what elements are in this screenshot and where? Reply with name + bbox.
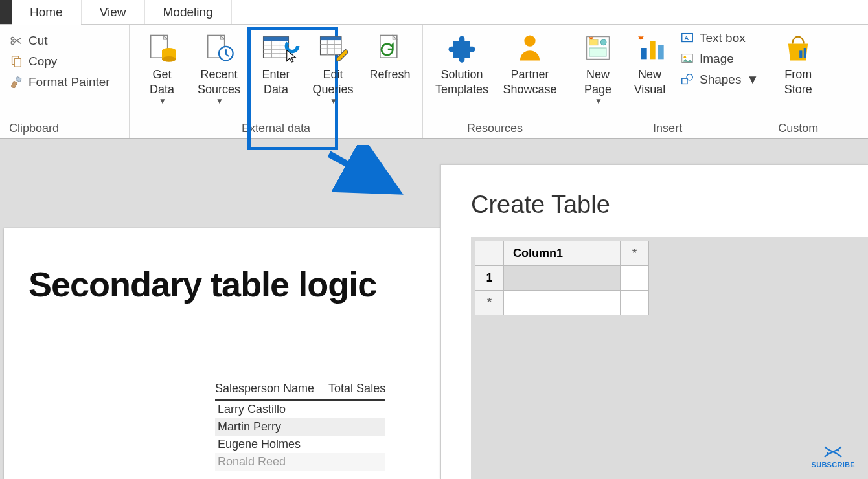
svg-rect-32 [658, 45, 664, 60]
partner-showcase-button[interactable]: Partner Showcase [499, 28, 560, 96]
partner-showcase-label: Partner Showcase [503, 67, 556, 96]
table-pencil-icon [316, 31, 350, 65]
annotation-arrow-icon [323, 145, 413, 203]
shapes-label: Shapes [700, 72, 741, 87]
enter-data-button[interactable]: Enter Data [250, 28, 302, 96]
svg-rect-28 [589, 48, 606, 56]
col-total-sales: Total Sales [328, 382, 385, 395]
tab-home[interactable]: Home [12, 0, 82, 24]
grid-cell-empty [504, 291, 621, 315]
svg-rect-1 [14, 58, 21, 67]
svg-rect-40 [799, 50, 802, 58]
svg-point-44 [832, 451, 834, 453]
report-title: Secondary table logic [29, 264, 376, 304]
text-box-label: Text box [700, 31, 746, 45]
puzzle-icon [445, 31, 479, 65]
dialog-grid-area: Column1 * 1 * [471, 237, 868, 479]
app-icon-placeholder [0, 0, 12, 24]
tab-view[interactable]: View [82, 0, 145, 24]
refresh-button[interactable]: Refresh [364, 28, 416, 82]
refresh-label: Refresh [369, 67, 410, 82]
copy-button[interactable]: Copy [6, 53, 60, 70]
svg-point-39 [687, 74, 692, 80]
svg-point-43 [827, 452, 829, 454]
edit-queries-button[interactable]: Edit Queries▼ [307, 28, 359, 106]
solution-templates-button[interactable]: Solution Templates [429, 28, 494, 96]
svg-rect-31 [650, 41, 656, 59]
scissors-icon [9, 34, 23, 48]
report-canvas[interactable]: Secondary table logic Salesperson Name T… [4, 228, 444, 479]
grid-corner [475, 241, 504, 266]
svg-text:A: A [684, 35, 689, 41]
svg-text:✶: ✶ [637, 33, 645, 43]
svg-rect-30 [641, 48, 647, 59]
col-header-column1[interactable]: Column1 [504, 241, 621, 266]
new-visual-label: New Visual [634, 67, 666, 96]
table-row: Martin Perry [215, 418, 385, 436]
solution-templates-label: Solution Templates [435, 67, 488, 96]
bar-chart-icon: ✶ [633, 31, 667, 65]
from-store-button[interactable]: From Store [775, 28, 821, 96]
svg-point-27 [600, 39, 606, 45]
recent-sources-label: Recent Sources [198, 67, 240, 96]
get-data-label: Get Data [150, 67, 174, 96]
svg-text:✶: ✶ [588, 34, 594, 42]
svg-point-6 [162, 56, 176, 62]
ribbon-tabbar: Home View Modeling [0, 0, 868, 25]
image-icon [680, 52, 694, 66]
svg-rect-41 [804, 48, 806, 58]
grid-cell-empty [621, 291, 649, 315]
cut-label: Cut [29, 34, 48, 48]
group-custom-visuals: From Store Custom [768, 25, 828, 138]
enter-data-label: Enter Data [262, 67, 290, 96]
document-clock-icon [202, 31, 236, 65]
svg-rect-2 [16, 76, 21, 82]
get-data-button[interactable]: Get Data▼ [136, 28, 188, 106]
group-label-clipboard: Clipboard [6, 119, 59, 135]
svg-rect-38 [682, 78, 687, 84]
table-row: Eugene Holmes [215, 436, 385, 453]
svg-point-37 [684, 56, 687, 58]
add-row-button[interactable]: * [475, 291, 504, 315]
sales-table-visual[interactable]: Salesperson Name Total Sales Larry Casti… [215, 382, 385, 471]
new-page-button[interactable]: ✶ New Page▼ [574, 28, 622, 106]
image-button[interactable]: Image [678, 50, 761, 67]
subscribe-label: SUBSCRIBE [812, 461, 856, 469]
new-visual-button[interactable]: ✶ New Visual [627, 28, 672, 96]
cut-button[interactable]: Cut [6, 32, 51, 49]
add-column-button[interactable]: * [621, 241, 649, 266]
format-painter-label: Format Painter [29, 75, 110, 89]
text-box-icon: A [680, 31, 694, 45]
enter-data-grid[interactable]: Column1 * 1 * [475, 241, 649, 315]
document-cylinder-icon [145, 31, 179, 65]
copy-icon [9, 54, 23, 69]
svg-point-45 [838, 450, 839, 452]
text-box-button[interactable]: A Text box [678, 30, 761, 47]
grid-cell[interactable] [504, 266, 621, 291]
paintbrush-icon [9, 75, 23, 89]
chevron-down-icon: ▼ [159, 96, 166, 106]
group-label-external-data: External data [242, 119, 310, 135]
subscribe-badge[interactable]: SUBSCRIBE [812, 444, 856, 469]
shopping-bag-chart-icon [781, 31, 815, 65]
group-insert: ✶ New Page▼ ✶ New Visual A Text box Imag… [567, 25, 768, 138]
group-resources: Solution Templates Partner Showcase Reso… [423, 25, 567, 138]
shapes-button[interactable]: Shapes▼ [678, 71, 761, 88]
group-clipboard: Cut Copy Format Painter Clipboard [0, 25, 130, 138]
new-page-label: New Page [584, 67, 611, 96]
tab-modeling[interactable]: Modeling [145, 0, 232, 24]
group-label-resources: Resources [467, 119, 523, 135]
chevron-down-icon: ▼ [595, 96, 602, 106]
page-chart-icon: ✶ [581, 31, 615, 65]
recent-sources-button[interactable]: Recent Sources▼ [193, 28, 245, 106]
table-row: Ronald Reed [215, 453, 385, 471]
ribbon: Cut Copy Format Painter Clipboard Get Da… [0, 25, 868, 139]
group-label-custom: Custom [778, 119, 818, 135]
format-painter-button[interactable]: Format Painter [6, 74, 113, 91]
shapes-icon [680, 72, 694, 87]
chevron-down-icon: ▼ [330, 96, 337, 106]
svg-line-42 [329, 154, 398, 192]
group-label-insert: Insert [653, 119, 682, 135]
copy-label: Copy [29, 54, 57, 69]
person-icon [513, 31, 547, 65]
